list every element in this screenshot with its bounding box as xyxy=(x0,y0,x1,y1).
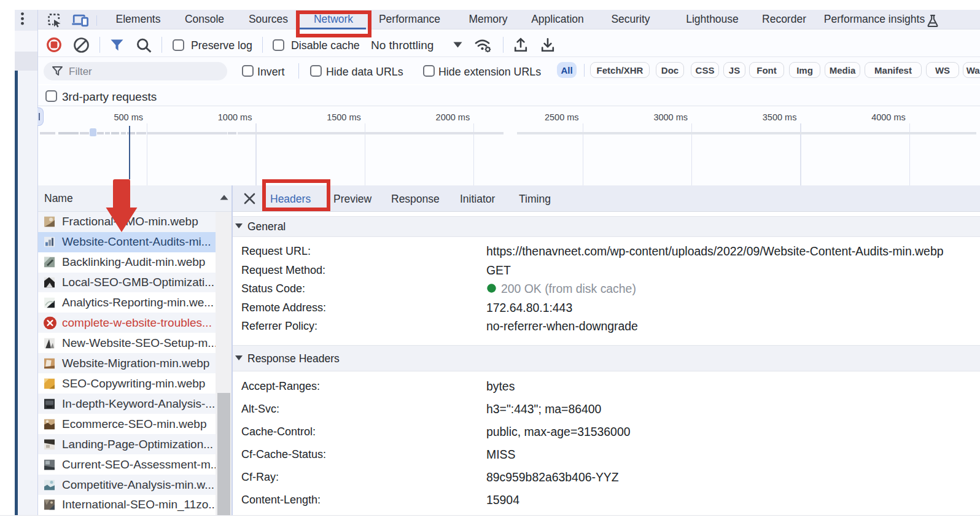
disable-cache-label: Disable cache xyxy=(291,39,360,52)
request-row-error[interactable]: complete-w-ebsite-troubles... xyxy=(38,313,216,333)
request-thumbnail xyxy=(44,278,55,288)
general-collapse-icon[interactable] xyxy=(235,223,243,228)
invert-checkbox[interactable] xyxy=(242,65,254,77)
pill-wasm[interactable]: Wasm xyxy=(963,62,980,78)
response-headers-collapse-icon[interactable] xyxy=(235,355,243,360)
timeline-overview[interactable] xyxy=(38,106,980,186)
request-thumbnail xyxy=(44,297,55,308)
header-value: bytes xyxy=(486,379,515,394)
throttling-select[interactable]: No throttling xyxy=(371,39,434,52)
third-party-checkbox[interactable] xyxy=(45,90,57,102)
device-toolbar-icon[interactable] xyxy=(72,14,88,28)
general-section-bar[interactable] xyxy=(233,216,980,237)
request-list-scrollbar-thumb[interactable] xyxy=(217,393,231,515)
pill-css[interactable]: CSS xyxy=(691,62,719,78)
header-value: 200 OK (from disk cache) xyxy=(501,282,636,296)
request-row[interactable]: Ecommerce-SEO-min.webp xyxy=(38,414,216,434)
filter-toggle-icon[interactable] xyxy=(111,39,123,51)
pill-font[interactable]: Font xyxy=(749,62,784,78)
disable-cache-checkbox[interactable] xyxy=(273,39,284,51)
devtools-window: Elements Console Sources Network Perform… xyxy=(0,0,980,528)
status-ok-icon xyxy=(487,284,496,293)
request-row[interactable]: SEO-Copywriting-min.webp xyxy=(38,373,216,394)
request-name: Website-Content-Audits-mi... xyxy=(62,235,211,249)
inspect-element-icon[interactable] xyxy=(48,14,62,28)
request-row[interactable]: Backlinking-Audit-min.webp xyxy=(38,252,216,273)
request-row[interactable]: Current-SEO-Assessment-m... xyxy=(38,454,216,475)
page-strip-band-4 xyxy=(15,71,38,515)
header-label: Alt-Svc: xyxy=(241,403,279,416)
name-column-label: Name xyxy=(44,192,73,205)
tick-500ms: 500 ms xyxy=(114,112,143,122)
request-thumbnail xyxy=(44,378,55,389)
tab-sources[interactable]: Sources xyxy=(249,13,288,26)
detail-tab-preview[interactable]: Preview xyxy=(333,192,371,205)
tab-performance-insights[interactable]: Performance insights xyxy=(824,13,925,26)
tick-1000ms: 1000 ms xyxy=(218,112,252,122)
request-row-selected[interactable]: Website-Content-Audits-mi... xyxy=(38,232,216,252)
request-name: New-Website-SEO-Setup-m... xyxy=(62,336,216,350)
request-row[interactable]: Website-Migration-min.webp xyxy=(38,353,216,373)
pill-img[interactable]: Img xyxy=(789,62,820,78)
pill-ws[interactable]: WS xyxy=(926,62,959,78)
hide-extension-urls-checkbox[interactable] xyxy=(423,65,435,77)
request-thumbnail xyxy=(44,419,55,429)
tab-memory[interactable]: Memory xyxy=(469,13,507,26)
overview-bar xyxy=(40,132,56,135)
export-har-icon[interactable] xyxy=(541,37,554,53)
record-stop-button[interactable] xyxy=(47,37,61,52)
header-value: no-referrer-when-downgrade xyxy=(486,319,638,333)
pill-separator xyxy=(584,64,585,77)
hide-data-urls-checkbox[interactable] xyxy=(310,65,322,77)
overview-bar xyxy=(58,132,79,135)
overview-event-marker xyxy=(129,126,131,179)
header-value: 172.64.80.1:443 xyxy=(486,300,572,314)
request-name: Ecommerce-SEO-min.webp xyxy=(62,417,206,431)
tab-console[interactable]: Console xyxy=(185,13,224,26)
pill-media[interactable]: Media xyxy=(825,62,860,78)
request-row[interactable]: New-Website-SEO-Setup-m... xyxy=(38,333,216,353)
search-icon[interactable] xyxy=(136,38,152,53)
request-row[interactable]: Analytics-Reporting-min.we... xyxy=(38,293,216,313)
pill-doc[interactable]: Doc xyxy=(656,62,684,78)
header-label: Remote Address: xyxy=(241,301,326,314)
network-conditions-icon[interactable] xyxy=(474,37,492,53)
preserve-log-label: Preserve log xyxy=(191,39,252,52)
detail-tab-timing[interactable]: Timing xyxy=(519,192,551,205)
toolbar-separator-4 xyxy=(503,37,504,53)
tab-performance[interactable]: Performance xyxy=(379,13,440,26)
tab-recorder[interactable]: Recorder xyxy=(762,13,806,26)
detail-tab-response[interactable]: Response xyxy=(391,192,440,205)
tick-2000ms: 2000 ms xyxy=(436,112,470,122)
annotation-box-headers-tab xyxy=(262,179,330,211)
request-row[interactable]: Competitive-Analysis-min.w... xyxy=(38,475,216,495)
tab-security[interactable]: Security xyxy=(611,13,650,26)
request-row[interactable]: Landing-Page-Optimization... xyxy=(38,434,216,454)
import-har-icon[interactable] xyxy=(514,37,527,53)
pill-fetch-xhr[interactable]: Fetch/XHR xyxy=(590,62,650,78)
clear-network-log-button[interactable] xyxy=(74,37,89,53)
request-row[interactable]: International-SEO-min_11zo... xyxy=(38,495,216,515)
header-value: h3=":443"; ma=86400 xyxy=(486,402,601,416)
pill-all[interactable]: All xyxy=(557,62,577,78)
request-row[interactable]: Local-SEO-GMB-Optimizati... xyxy=(38,273,216,293)
pill-manifest[interactable]: Manifest xyxy=(865,62,922,78)
header-label: Status Code: xyxy=(241,282,305,295)
detail-tab-initiator[interactable]: Initiator xyxy=(460,192,495,205)
overview-selected-block xyxy=(90,128,96,137)
close-detail-icon[interactable] xyxy=(244,193,255,204)
preserve-log-checkbox[interactable] xyxy=(173,39,184,51)
pill-js[interactable]: JS xyxy=(723,62,745,78)
tab-application[interactable]: Application xyxy=(531,13,584,26)
header-value: GET xyxy=(486,263,511,277)
annotation-arrow-down xyxy=(104,179,139,233)
throttling-dropdown-arrow-icon[interactable] xyxy=(453,42,462,48)
tab-elements[interactable]: Elements xyxy=(116,13,161,26)
request-row[interactable]: In-depth-Keyword-Analysis-... xyxy=(38,394,216,414)
request-thumbnail xyxy=(44,237,55,247)
overview-bar xyxy=(121,132,126,135)
kebab-menu-icon[interactable] xyxy=(19,10,26,27)
tab-lighthouse[interactable]: Lighthouse xyxy=(686,13,739,26)
response-headers-section-title: Response Headers xyxy=(247,352,340,365)
response-headers-section-bar[interactable] xyxy=(233,345,980,371)
